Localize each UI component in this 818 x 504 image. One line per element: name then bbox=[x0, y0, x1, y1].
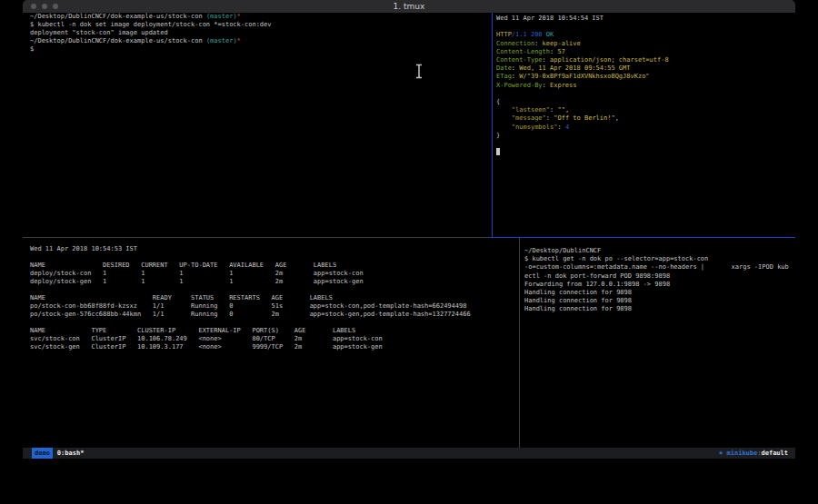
window-titlebar[interactable]: 1. tmux bbox=[23, 0, 795, 13]
terminal-line: -o=custom-columns=:metadata.name --no-he… bbox=[524, 263, 789, 272]
terminal-line: po/stock-gen-576cc688bb-44kmn 1/1 Runnin… bbox=[30, 311, 471, 319]
terminal-text: NAME TYPE CLUSTER-IP EXTERNAL-IP PORT(S)… bbox=[30, 327, 355, 334]
terminal-text: , bbox=[615, 114, 619, 122]
terminal-line: Wed 11 Apr 2018 10:54:53 IST bbox=[30, 245, 471, 253]
terminal-line: Wed 11 Apr 2018 10:54:54 IST bbox=[496, 15, 669, 23]
terminal-line: deploy/stock-gen 1 1 1 1 2m app=stock-ge… bbox=[30, 278, 471, 286]
terminal-line: Content-Type: application/json; charset=… bbox=[496, 56, 669, 64]
terminal-line: ETag: W/"39-0xBPf9aF1dXVNkhsxoBQgJ8vKzo" bbox=[496, 73, 669, 81]
close-button[interactable] bbox=[31, 4, 36, 9]
terminal-text: deploy/stock-gen 1 1 1 1 2m app=stock-ge… bbox=[30, 278, 364, 285]
terminal-line: $ bbox=[30, 45, 272, 54]
terminal-text bbox=[496, 114, 512, 122]
terminal-text: (master) bbox=[206, 37, 237, 44]
pane-shell-kubectl-set-image[interactable]: ~/Desktop/DublinCNCF/dok-example-us/stoc… bbox=[30, 13, 272, 54]
terminal-text: deploy/stock-con 1 1 1 1 2m app=stock-co… bbox=[30, 270, 364, 277]
terminal-line: ectl -n dok port-forward POD 9898:9898 bbox=[524, 272, 789, 281]
terminal-text: * bbox=[237, 13, 241, 20]
terminal-text: po/stock-con-bb68f88fd-kzsxz 1/1 Running… bbox=[30, 302, 466, 310]
terminal-text: HTTP bbox=[496, 31, 512, 38]
terminal-line: $ kubectl -n dok set image deployment/st… bbox=[30, 21, 272, 29]
pane-kubectl-get-watch[interactable]: Wed 11 Apr 2018 10:54:53 IST NAME DESIRE… bbox=[30, 245, 471, 351]
terminal-line bbox=[30, 286, 471, 294]
terminal-line: "numsymbols": 4 bbox=[496, 124, 669, 132]
terminal-text: * bbox=[237, 37, 241, 44]
window-tab-bash[interactable]: 0:bash* bbox=[57, 450, 85, 457]
terminal-text: Handling connection for 9898 bbox=[524, 289, 632, 296]
terminal-line: ~/Desktop/DublinCNCF/dok-example-us/stoc… bbox=[30, 37, 272, 45]
terminal-text: /1.1 200 bbox=[512, 31, 546, 38]
terminal-line: po/stock-con-bb68f88fd-kzsxz 1/1 Running… bbox=[30, 302, 471, 311]
terminal-text: ~/Desktop/DublinCNCF/dok-example-us/stoc… bbox=[30, 13, 206, 20]
terminal-line: svc/stock-con ClusterIP 10.106.78.249 <n… bbox=[30, 335, 471, 343]
kube-namespace-label: default bbox=[761, 450, 788, 457]
terminal-line: Handling connection for 9898 bbox=[524, 297, 789, 305]
terminal-line: Content-Length: 57 bbox=[496, 48, 669, 56]
terminal-line bbox=[496, 148, 669, 156]
terminal-text: $ kubectl get -n dok po --selector=app=s… bbox=[524, 255, 708, 262]
window-title: 1. tmux bbox=[23, 0, 795, 13]
kube-context-label: minikube bbox=[727, 450, 758, 457]
pane-http-response[interactable]: Wed 11 Apr 2018 10:54:54 IST HTTP/1.1 20… bbox=[496, 15, 669, 156]
pane-divider-vertical-bottom[interactable] bbox=[519, 238, 520, 448]
terminal-line: HTTP/1.1 200 OK bbox=[496, 31, 669, 39]
terminal-text: X-Powered-By bbox=[496, 82, 543, 89]
terminal-text: W/"39-0xBPf9aF1dXVNkhsxoBQgJ8vKzo" bbox=[519, 73, 649, 80]
session-name-badge[interactable]: demo bbox=[32, 448, 53, 459]
terminal-text: Wed, 11 Apr 2018 09:54:55 GMT bbox=[519, 64, 630, 72]
terminal-text: Wed 11 Apr 2018 10:54:53 IST bbox=[30, 245, 137, 252]
terminal-text: ~/Desktop/DublinCNCF/dok-example-us/stoc… bbox=[30, 37, 206, 44]
terminal-line bbox=[496, 23, 669, 31]
terminal-line: Date: Wed, 11 Apr 2018 09:54:55 GMT bbox=[496, 64, 669, 73]
terminal-text: svc/stock-con ClusterIP 10.106.78.249 <n… bbox=[30, 335, 383, 342]
terminal-line: "lastseen": "", bbox=[496, 106, 669, 114]
terminal-text: "" bbox=[557, 106, 564, 114]
pane-divider-horizontal-left[interactable] bbox=[23, 237, 492, 238]
terminal-text: : bbox=[557, 124, 564, 131]
terminal-text: Connection bbox=[496, 40, 534, 47]
terminal-text: Date bbox=[496, 64, 512, 72]
terminal-text: Forwarding from 127.0.0.1:9898 -> 9898 bbox=[524, 281, 670, 288]
fullscreen-button[interactable] bbox=[53, 4, 58, 9]
pane-divider-vertical-top[interactable] bbox=[492, 13, 493, 237]
terminal-text: ~/Desktop/DublinCNCF bbox=[524, 247, 601, 254]
terminal-text: keep-alive bbox=[543, 40, 581, 47]
pane-port-forward[interactable]: ~/Desktop/DublinCNCF$ kubectl get -n dok… bbox=[524, 247, 789, 314]
terminal-line bbox=[30, 253, 471, 262]
terminal-text: Wed 11 Apr 2018 10:54:54 IST bbox=[496, 15, 604, 22]
terminal-line: NAME TYPE CLUSTER-IP EXTERNAL-IP PORT(S)… bbox=[30, 327, 471, 335]
terminal-line: "message": "Off to Berlin!", bbox=[496, 114, 669, 123]
terminal-line: { bbox=[496, 98, 669, 106]
terminal-text: "message" bbox=[512, 114, 546, 122]
terminal-text: $ kubectl -n dok set image deployment/st… bbox=[30, 21, 272, 28]
terminal-line bbox=[496, 140, 669, 148]
terminal-line: Forwarding from 127.0.0.1:9898 -> 9898 bbox=[524, 281, 789, 289]
terminal-line: ~/Desktop/DublinCNCF bbox=[524, 247, 789, 255]
terminal-line: X-Powered-By: Express bbox=[496, 82, 669, 90]
terminal-line: deploy/stock-con 1 1 1 1 2m app=stock-co… bbox=[30, 270, 471, 278]
terminal-text: Handling connection for 9898 bbox=[524, 297, 632, 304]
terminal-line: Connection: keep-alive bbox=[496, 40, 669, 48]
kubernetes-helm-icon: ⎈ bbox=[719, 450, 723, 457]
terminal-text: OK bbox=[546, 31, 554, 38]
terminal-text: : bbox=[546, 114, 554, 122]
terminal-line: deployment "stock-con" image updated bbox=[30, 29, 272, 37]
traffic-lights bbox=[31, 4, 58, 9]
terminal-line: } bbox=[496, 132, 669, 140]
terminal-text: Express bbox=[550, 82, 577, 89]
terminal-text: : bbox=[534, 40, 542, 47]
terminal-text: deployment "stock-con" image updated bbox=[30, 29, 168, 36]
terminal-text: "numsymbols" bbox=[512, 124, 558, 131]
terminal-text: , bbox=[565, 106, 569, 114]
minimize-button[interactable] bbox=[42, 4, 47, 9]
terminal-text: Content-Type bbox=[496, 56, 543, 64]
terminal-line: Handling connection for 9898 bbox=[524, 305, 789, 313]
terminal-line bbox=[30, 319, 471, 327]
terminal-text: svc/stock-gen ClusterIP 10.109.3.177 <no… bbox=[30, 343, 383, 351]
block-cursor bbox=[496, 148, 500, 155]
pane-divider-horizontal-right[interactable] bbox=[492, 237, 795, 238]
terminal-line: NAME READY STATUS RESTARTS AGE LABELS bbox=[30, 294, 471, 302]
tmux-status-bar: demo0:bash* ⎈ minikube:default bbox=[23, 448, 795, 459]
terminal-text: : bbox=[543, 56, 550, 64]
terminal-text: 4 bbox=[565, 124, 569, 131]
